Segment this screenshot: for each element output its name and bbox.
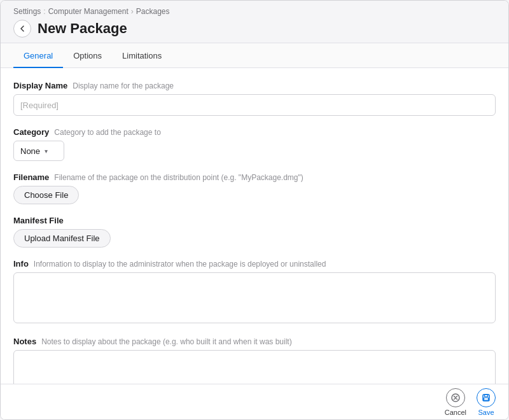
choose-file-button[interactable]: Choose File	[13, 186, 79, 204]
display-name-group: Display Name Display name for the packag…	[13, 81, 496, 116]
category-select-wrapper[interactable]: None ▾	[13, 141, 64, 161]
filename-label: Filename	[13, 172, 49, 182]
info-label: Info	[13, 259, 29, 269]
page-title: New Package	[38, 20, 127, 37]
form-content: Display Name Display name for the packag…	[1, 68, 508, 384]
display-name-label: Display Name	[13, 81, 67, 90]
manifest-file-group: Manifest File Upload Manifest File	[13, 216, 496, 248]
info-textarea[interactable]	[13, 272, 496, 323]
breadcrumb-packages: Packages	[136, 7, 170, 16]
filename-group: Filename Filename of the package on the …	[13, 172, 496, 204]
svg-rect-3	[484, 398, 489, 400]
chevron-down-icon: ▾	[45, 148, 48, 155]
tab-options[interactable]: Options	[63, 43, 112, 68]
upload-manifest-button[interactable]: Upload Manifest File	[13, 229, 111, 248]
breadcrumb: Settings : Computer Management › Package…	[13, 7, 496, 16]
breadcrumb-settings: Settings	[13, 7, 41, 16]
breadcrumb-sep-2: ›	[131, 7, 134, 16]
notes-group: Notes Notes to display about the package…	[13, 337, 496, 384]
info-group: Info Information to display to the admin…	[13, 259, 496, 325]
header: Settings : Computer Management › Package…	[1, 1, 508, 43]
save-label: Save	[478, 409, 494, 416]
cancel-label: Cancel	[445, 409, 466, 416]
display-name-input[interactable]	[13, 94, 496, 116]
category-label: Category	[13, 127, 49, 137]
notes-hint: Notes to display about the package (e.g.…	[41, 337, 292, 346]
svg-rect-2	[485, 395, 488, 397]
category-select[interactable]: None	[20, 146, 42, 156]
category-hint: Category to add the package to	[54, 128, 160, 137]
cancel-icon	[446, 388, 465, 407]
notes-label: Notes	[13, 337, 36, 346]
display-name-hint: Display name for the package	[73, 81, 174, 90]
filename-hint: Filename of the package on the distribut…	[54, 173, 303, 182]
breadcrumb-sep-1: :	[43, 7, 45, 16]
save-icon	[477, 388, 496, 407]
notes-textarea[interactable]	[13, 350, 496, 384]
manifest-file-label: Manifest File	[13, 216, 64, 225]
tab-limitations[interactable]: Limitations	[112, 43, 172, 68]
category-group: Category Category to add the package to …	[13, 127, 496, 161]
tab-general[interactable]: General	[13, 43, 63, 68]
breadcrumb-computer-mgmt: Computer Management	[48, 7, 129, 16]
back-button[interactable]	[13, 20, 31, 38]
tabs-bar: General Options Limitations	[1, 43, 508, 68]
info-hint: Information to display to the administra…	[34, 260, 326, 269]
save-button[interactable]: Save	[477, 388, 496, 416]
cancel-button[interactable]: Cancel	[445, 388, 466, 416]
footer: Cancel Save	[1, 384, 508, 419]
